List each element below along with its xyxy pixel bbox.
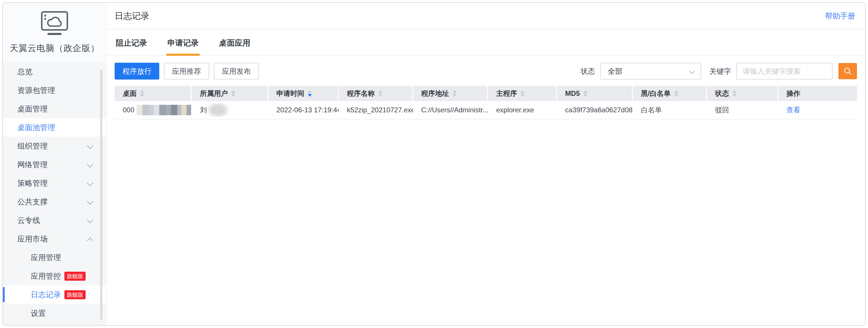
column-header-label: 申请时间 — [276, 89, 304, 98]
应用推荐-button[interactable]: 应用推荐 — [164, 63, 209, 80]
column-header-main[interactable]: 主程序 — [488, 86, 557, 101]
logo-box: 天翼云电脑（政企版） — [3, 3, 106, 62]
sidebar-item-公共支撑[interactable]: 公共支撑 — [3, 192, 106, 211]
cell-desktop: 000 — [115, 105, 192, 115]
column-header-label: 所属用户 — [200, 89, 228, 98]
sort-icon — [453, 90, 457, 97]
sidebar-item-label: 资源包管理 — [18, 85, 55, 95]
keyword-filter-label: 关键字 — [709, 66, 731, 76]
keyword-input[interactable] — [736, 63, 833, 80]
caret-up-icon — [521, 90, 525, 93]
toolbar: 程序放行应用推荐应用发布 状态 全部 关键字 — [106, 56, 865, 80]
sort-icon — [140, 90, 144, 97]
table-row: 000刘2022-06-13 17:19:44k52zip_20210727.e… — [115, 101, 857, 120]
tab-阻止记录[interactable]: 阻止记录 — [115, 30, 148, 55]
sidebar-item-应用管理[interactable]: 应用管理 — [3, 248, 106, 267]
caret-down-icon — [378, 94, 382, 97]
column-header-time[interactable]: 申请时间 — [268, 86, 339, 101]
owner-name-prefix: 刘 — [200, 106, 207, 115]
sidebar-item-label: 网络管理 — [18, 160, 48, 170]
sidebar-item-label: 设置 — [31, 308, 46, 319]
caret-up-icon — [231, 90, 235, 93]
chevron-up-icon — [87, 237, 93, 243]
view-link[interactable]: 查看 — [786, 106, 800, 115]
sort-icon — [378, 90, 382, 97]
page-header: 日志记录 帮助手册 — [106, 3, 865, 30]
column-header-name[interactable]: 程序名称 — [339, 86, 413, 101]
sidebar-item-日志记录[interactable]: 日志记录旗舰版 — [3, 285, 106, 304]
sidebar-item-桌面池管理[interactable]: 桌面池管理 — [3, 118, 106, 137]
sidebar-item-组织管理[interactable]: 组织管理 — [3, 137, 106, 155]
caret-up-icon — [583, 90, 587, 93]
help-manual-link[interactable]: 帮助手册 — [825, 11, 855, 21]
caret-down-icon — [674, 94, 678, 97]
column-header-md5[interactable]: MD5 — [557, 86, 633, 101]
cell-owner: 刘 — [192, 103, 268, 117]
redacted-blur — [209, 103, 227, 117]
sidebar: 天翼云电脑（政企版） 总览资源包管理桌面管理桌面池管理组织管理网络管理策略管理公… — [3, 3, 106, 325]
sidebar-item-应用市场[interactable]: 应用市场 — [3, 230, 106, 248]
column-header-path[interactable]: 程序地址 — [413, 86, 488, 101]
column-header-label: 桌面 — [123, 89, 137, 98]
sidebar-item-策略管理[interactable]: 策略管理 — [3, 174, 106, 192]
screen: 天翼云电脑（政企版） 总览资源包管理桌面管理桌面池管理组织管理网络管理策略管理公… — [0, 0, 868, 328]
sidebar-item-总览[interactable]: 总览 — [3, 62, 106, 81]
status-select-value: 全部 — [608, 66, 622, 76]
caret-up-icon — [453, 90, 457, 93]
sort-icon — [308, 90, 312, 97]
redacted-mosaic — [137, 105, 191, 115]
程序放行-button[interactable]: 程序放行 — [115, 63, 159, 80]
column-header-label: 操作 — [786, 89, 800, 98]
cell-list: 白名单 — [633, 106, 707, 115]
cell-time: 2022-06-13 17:19:44 — [268, 106, 339, 114]
sidebar-item-设置[interactable]: 设置 — [3, 304, 106, 323]
search-button[interactable] — [838, 63, 857, 79]
chevron-down-icon — [87, 180, 93, 186]
column-header-desktop[interactable]: 桌面 — [115, 86, 192, 101]
main-content: 日志记录 帮助手册 阻止记录申请记录桌面应用 程序放行应用推荐应用发布 状态 全… — [106, 3, 865, 325]
column-header-list[interactable]: 黑/白名单 — [633, 86, 707, 101]
caret-down-icon — [521, 94, 525, 97]
sidebar-scrollbar[interactable] — [100, 70, 102, 320]
column-header-label: 主程序 — [496, 89, 517, 98]
sidebar-item-label: 策略管理 — [18, 178, 48, 188]
sidebar-item-云专线[interactable]: 云专线 — [3, 211, 106, 230]
records-table: 桌面所属用户申请时间程序名称程序地址主程序MD5黑/白名单状态操作 000刘20… — [115, 86, 857, 120]
caret-down-icon — [583, 94, 587, 97]
caret-up-icon — [378, 90, 382, 93]
sidebar-item-资源包管理[interactable]: 资源包管理 — [3, 81, 106, 99]
sidebar-item-label: 日志记录 — [31, 290, 61, 300]
sidebar-item-label: 云专线 — [18, 215, 40, 226]
table-header-row: 桌面所属用户申请时间程序名称程序地址主程序MD5黑/白名单状态操作 — [115, 86, 857, 101]
ultimate-badge: 旗舰版 — [64, 272, 86, 281]
desktop-id-prefix: 000 — [123, 106, 134, 114]
column-header-label: 程序名称 — [347, 89, 375, 98]
sidebar-item-label: 应用市场 — [18, 234, 48, 244]
sort-icon — [733, 90, 737, 97]
page-title: 日志记录 — [115, 10, 149, 22]
caret-up-icon — [674, 90, 678, 93]
chevron-down-icon — [87, 217, 93, 223]
cell-main: explorer.exe — [488, 106, 557, 114]
column-header-owner[interactable]: 所属用户 — [192, 86, 268, 101]
sidebar-item-label: 总览 — [18, 67, 32, 77]
column-header-label: 黑/白名单 — [641, 89, 671, 98]
sidebar-item-label: 桌面池管理 — [18, 122, 55, 133]
应用发布-button[interactable]: 应用发布 — [214, 63, 259, 80]
caret-down-icon — [733, 94, 737, 97]
sidebar-menu: 总览资源包管理桌面管理桌面池管理组织管理网络管理策略管理公共支撑云专线应用市场应… — [3, 62, 106, 323]
app-window: 天翼云电脑（政企版） 总览资源包管理桌面管理桌面池管理组织管理网络管理策略管理公… — [2, 2, 866, 326]
status-select[interactable]: 全部 — [600, 63, 701, 80]
column-header-status[interactable]: 状态 — [707, 86, 778, 101]
sidebar-item-网络管理[interactable]: 网络管理 — [3, 155, 106, 174]
ultimate-badge: 旗舰版 — [64, 290, 86, 299]
cell-status: 驳回 — [707, 106, 778, 115]
caret-down-icon — [308, 94, 312, 97]
tab-申请记录[interactable]: 申请记录 — [166, 30, 200, 55]
column-header-label: 程序地址 — [421, 89, 449, 98]
cell-path: C://Users//Administr... — [413, 106, 488, 114]
sidebar-item-桌面管理[interactable]: 桌面管理 — [3, 99, 106, 118]
sidebar-item-应用管控[interactable]: 应用管控旗舰版 — [3, 267, 106, 285]
tab-桌面应用[interactable]: 桌面应用 — [218, 30, 251, 55]
sidebar-item-label: 应用管控 — [31, 271, 61, 281]
